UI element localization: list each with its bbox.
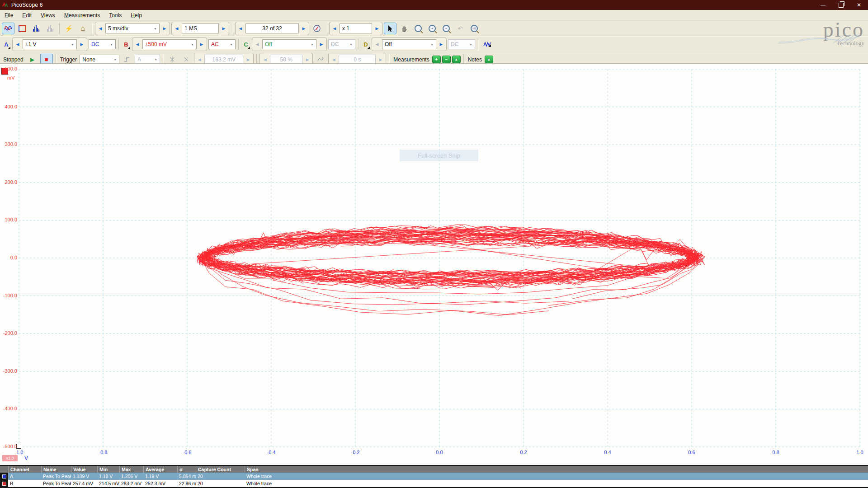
spectrum-view-button[interactable]: [30, 23, 42, 34]
column-header-max[interactable]: Max: [119, 466, 143, 473]
timebase-next-button[interactable]: ▶: [160, 24, 169, 33]
divider: [232, 23, 232, 34]
menu-file[interactable]: File: [0, 11, 18, 20]
channel-b-range-up-button[interactable]: ▶: [198, 40, 206, 49]
signal-generator-button[interactable]: [481, 38, 494, 50]
cell-max: 283.2 mV: [119, 481, 143, 486]
scope-view-button[interactable]: [2, 23, 14, 34]
channel-d-range-up-button[interactable]: ▶: [437, 40, 445, 49]
measurement-row-a[interactable]: APeak To Peak1.189 V1.18 V1.206 V1.19 V5…: [0, 473, 868, 480]
zoom-in-step-button[interactable]: ▶: [373, 24, 381, 33]
edit-measurement-button[interactable]: ▲: [452, 56, 461, 63]
normal-selection-button[interactable]: [384, 23, 396, 34]
notes-button[interactable]: ▲: [485, 56, 493, 63]
buffer-navigator-icon: [313, 25, 321, 32]
persistence-view-icon: [19, 25, 26, 32]
stop-icon: ■: [45, 56, 48, 63]
channel-a-options-button[interactable]: A: [2, 39, 11, 50]
add-measurement-button[interactable]: +: [432, 56, 441, 63]
channel-b-coupling-select[interactable]: AC▼: [208, 39, 236, 49]
fullscreen-snip-ghost: Full-screen Snip: [400, 150, 478, 161]
hand-tool-button[interactable]: [398, 23, 410, 34]
menu-measurements[interactable]: Measurements: [60, 11, 104, 20]
samples-next-button[interactable]: ▶: [220, 24, 228, 33]
close-button[interactable]: ✕: [850, 0, 868, 10]
channel-b-range-select[interactable]: ±500 mV▼: [142, 39, 197, 49]
column-header-channel[interactable]: Channel: [8, 466, 41, 473]
column-header-capture-count[interactable]: Capture Count: [196, 466, 245, 473]
buffer-prev-button[interactable]: ◀: [236, 24, 245, 33]
delete-measurement-button[interactable]: −: [442, 56, 451, 63]
channel-a-range-select[interactable]: ±1 V▼: [23, 39, 77, 49]
column-header-span[interactable]: Span: [245, 466, 868, 473]
timebase-select[interactable]: 5 ms/div▼: [105, 23, 160, 33]
cell-average: 1.19 V: [143, 474, 177, 479]
x-axis-unit: V: [24, 455, 28, 461]
x-axis-tick: 1.0: [856, 450, 863, 455]
x-axis-tick: 0.4: [604, 450, 611, 455]
channel-b-options-button[interactable]: B: [122, 39, 131, 50]
x-axis-tick: 0.2: [520, 450, 527, 455]
column-header-min[interactable]: Min: [97, 466, 119, 473]
zoom-out-button[interactable]: −: [440, 23, 453, 34]
auto-setup-button[interactable]: ⚡: [62, 23, 75, 34]
menu-help[interactable]: Help: [126, 11, 146, 20]
channel-d-range-select[interactable]: Off▼: [382, 39, 436, 49]
window-title: PicoScope 6: [11, 2, 43, 8]
channel-c-range-select[interactable]: Off▼: [262, 39, 316, 49]
channel-a-range-up-button[interactable]: ▶: [78, 40, 86, 49]
zoom-factor[interactable]: x 1: [340, 23, 372, 33]
channel-b-range-down-button[interactable]: ◀: [133, 40, 142, 49]
cell-span: Whole trace: [245, 474, 868, 479]
zoom-full-button[interactable]: 100: [468, 23, 481, 34]
channel-d-options-button[interactable]: D: [361, 39, 370, 50]
restore-button[interactable]: [832, 0, 850, 10]
menu-tools[interactable]: Tools: [104, 11, 126, 20]
y-axis-tick: 400.0: [0, 104, 17, 109]
divider: [238, 39, 239, 50]
zoom-out-step-button[interactable]: ◀: [330, 24, 339, 33]
marquee-zoom-button[interactable]: [412, 23, 425, 34]
zoom-in-button[interactable]: +: [426, 23, 439, 34]
divider: [59, 23, 60, 34]
y-axis-unit: mV: [7, 75, 15, 80]
measurements-panel: ChannelNameValueMinMaxAverageσCapture Co…: [0, 465, 868, 488]
trigger-marker-icon: [184, 56, 189, 62]
scope-xy-view[interactable]: mV V x1.0 Full-screen Snip 500.0400.0300…: [0, 63, 868, 465]
trigger-delay-value: 0 s: [354, 56, 361, 63]
cursor-arrow-icon: [388, 25, 393, 32]
xy-trace-plot[interactable]: [0, 64, 868, 465]
column-header-σ[interactable]: σ: [177, 466, 196, 473]
menu-edit[interactable]: Edit: [18, 11, 36, 20]
zoom-factor-group: ◀ x 1 ▶: [329, 22, 382, 35]
timebase-prev-button[interactable]: ◀: [96, 24, 104, 33]
home-button[interactable]: ⌂: [76, 23, 89, 34]
channel-color-swatch: [2, 482, 6, 486]
channel-c-options-button[interactable]: C: [241, 39, 250, 50]
samples-input[interactable]: 1 MS: [182, 23, 219, 33]
scope-view-icon: [4, 25, 12, 32]
samples-prev-button[interactable]: ◀: [173, 24, 181, 33]
menu-views[interactable]: Views: [36, 11, 60, 20]
persistence-view-button[interactable]: [16, 23, 28, 34]
buffer-overview-button[interactable]: [311, 23, 323, 34]
channel-a-range-down-button[interactable]: ◀: [14, 40, 22, 49]
column-header-name[interactable]: Name: [41, 466, 71, 473]
x-axis-tick: 0.6: [688, 450, 695, 455]
trigger-level-up-button: ▶: [244, 55, 252, 64]
buffer-position[interactable]: 32 of 32: [245, 23, 299, 33]
column-header-average[interactable]: Average: [143, 466, 177, 473]
marquee-zoom-icon: [415, 25, 422, 32]
channel-c-range-group: ◀ Off▼ ▶: [252, 38, 327, 51]
channel-a-coupling-select[interactable]: DC▼: [89, 39, 116, 49]
x-axis-scale-badge: x1.0: [2, 455, 18, 461]
channel-c-range-up-button[interactable]: ▶: [317, 40, 326, 49]
measurement-row-b[interactable]: BPeak To Peak257.4 mV214.5 mV283.2 mV252…: [0, 480, 868, 487]
chevron-down-icon: ▼: [311, 43, 314, 46]
minimize-button[interactable]: [814, 0, 832, 10]
channel-a-range-group: ◀ ±1 V▼ ▶: [12, 38, 87, 51]
hand-icon: [401, 25, 407, 32]
close-icon: ✕: [857, 2, 861, 8]
column-header-value[interactable]: Value: [71, 466, 97, 473]
buffer-next-button[interactable]: ▶: [300, 24, 308, 33]
